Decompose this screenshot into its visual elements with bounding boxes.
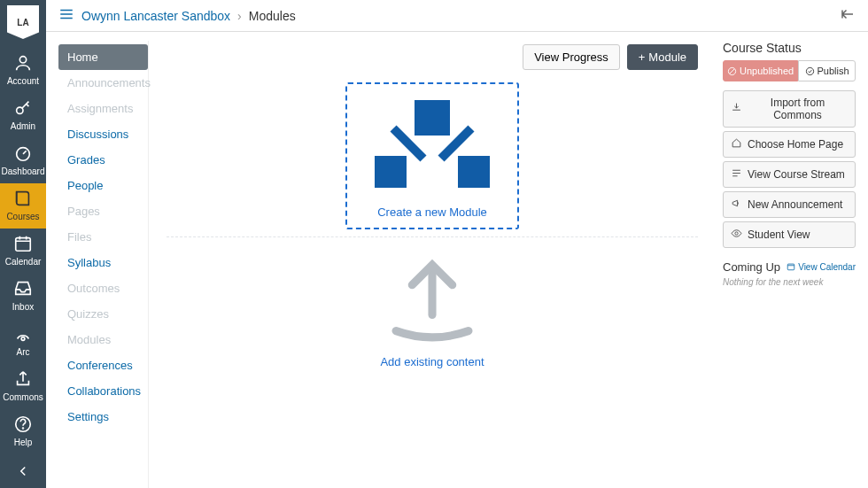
coursenav-settings[interactable]: Settings	[58, 404, 148, 430]
coming-up-heading: Coming Up	[723, 260, 780, 274]
gnav-commons[interactable]: Commons	[0, 364, 46, 409]
breadcrumb-separator: ›	[237, 9, 242, 23]
gnav-admin[interactable]: Admin	[0, 93, 46, 138]
coursenav-quizzes[interactable]: Quizzes	[58, 301, 148, 327]
gnav-inbox[interactable]: Inbox	[0, 274, 46, 319]
help-icon	[13, 414, 33, 438]
module-icon	[375, 95, 490, 197]
gnav-label: Arc	[17, 347, 30, 357]
coursenav-grades[interactable]: Grades	[58, 147, 148, 173]
gnav-account[interactable]: Account	[0, 48, 46, 93]
gnav-label: Commons	[3, 392, 43, 402]
sidebar-new-announcement[interactable]: New Announcement	[723, 191, 856, 218]
upload-icon	[384, 257, 481, 345]
top-bar: Owynn Lancaster Sandbox › Modules	[46, 0, 868, 32]
coursenav-assignments[interactable]: Assignments	[58, 96, 148, 121]
book-icon	[13, 189, 33, 212]
gnav-label: Calendar	[5, 257, 42, 267]
key-icon	[13, 98, 33, 121]
calendar-small-icon	[787, 262, 795, 271]
check-circle-icon	[805, 66, 815, 76]
publish-button[interactable]: Publish	[798, 60, 856, 81]
coursenav-discussions[interactable]: Discussions	[58, 121, 148, 147]
arc-icon	[13, 324, 33, 347]
plus-icon: +	[639, 50, 646, 64]
gnav-label: Dashboard	[2, 167, 45, 176]
announce-icon	[731, 198, 742, 212]
sidebar-import-from-commons[interactable]: Import from Commons	[723, 90, 856, 128]
coursenav-announcements[interactable]: Announcements	[58, 70, 148, 96]
coursenav-pages[interactable]: Pages	[58, 198, 148, 224]
create-module-dropzone[interactable]: Create a new Module	[345, 82, 519, 229]
right-sidebar: Course Status Unpublished Publish Import…	[714, 41, 856, 488]
add-existing-content[interactable]: Add existing content	[167, 257, 698, 368]
ban-icon	[727, 66, 737, 76]
breadcrumb: Owynn Lancaster Sandbox › Modules	[58, 6, 296, 25]
stream-icon	[731, 167, 742, 182]
coursenav-people[interactable]: People	[58, 173, 148, 198]
coursenav-conferences[interactable]: Conferences	[58, 352, 148, 378]
content-divider	[167, 236, 698, 237]
user-icon	[13, 53, 33, 76]
publish-toggle: Unpublished Publish	[723, 60, 856, 81]
coursenav-collaborations[interactable]: Collaborations	[58, 378, 148, 404]
view-progress-button[interactable]: View Progress	[523, 44, 620, 70]
gnav-label: Inbox	[12, 302, 34, 312]
svg-point-9	[735, 232, 738, 235]
unpublished-button[interactable]: Unpublished	[723, 60, 798, 81]
gnav-label: Admin	[11, 121, 35, 131]
breadcrumb-current: Modules	[249, 9, 296, 23]
coursenav-outcomes[interactable]: Outcomes	[58, 275, 148, 301]
add-existing-label: Add existing content	[167, 355, 698, 368]
gnav-label: Help	[14, 438, 33, 447]
collapse-nav-button[interactable]	[0, 454, 46, 488]
share-icon	[13, 369, 33, 392]
course-status-heading: Course Status	[723, 41, 856, 55]
add-module-button[interactable]: + Module	[627, 44, 698, 70]
gnav-dashboard[interactable]: Dashboard	[0, 138, 46, 183]
content-area: View Progress + Module Crea	[149, 41, 714, 488]
gnav-help[interactable]: Help	[0, 409, 46, 454]
svg-point-1	[17, 107, 23, 113]
create-module-label: Create a new Module	[356, 205, 508, 219]
inbox-icon	[13, 279, 33, 302]
gnav-label: Courses	[6, 212, 39, 221]
gnav-courses[interactable]: Courses	[0, 183, 46, 229]
svg-point-4	[21, 337, 25, 341]
sidebar-choose-home-page[interactable]: Choose Home Page	[723, 131, 856, 158]
coursenav-home[interactable]: Home	[58, 44, 148, 70]
arrow-left-icon	[15, 463, 31, 479]
coming-up-empty: Nothing for the next week	[723, 277, 856, 287]
global-nav: LA AccountAdminDashboardCoursesCalendarI…	[0, 0, 46, 488]
sidebar-view-course-stream[interactable]: View Course Stream	[723, 161, 856, 188]
hamburger-icon[interactable]	[58, 6, 74, 25]
sidebar-student-view[interactable]: Student View	[723, 221, 856, 248]
arrow-start-icon	[840, 6, 856, 22]
gnav-arc[interactable]: Arc	[0, 319, 46, 364]
view-calendar-link[interactable]: View Calendar	[787, 262, 856, 272]
import-icon	[731, 102, 742, 116]
coursenav-syllabus[interactable]: Syllabus	[58, 250, 148, 275]
gnav-label: Account	[7, 76, 39, 86]
topbar-back-button[interactable]	[840, 6, 856, 25]
institution-logo[interactable]: LA	[7, 5, 39, 39]
gnav-calendar[interactable]: Calendar	[0, 229, 46, 274]
logo-text: LA	[17, 18, 28, 27]
coursenav-files[interactable]: Files	[58, 224, 148, 250]
course-nav: HomeAnnouncementsAssignmentsDiscussionsG…	[58, 41, 149, 488]
home-icon	[731, 137, 742, 151]
svg-rect-10	[787, 264, 794, 270]
gauge-icon	[13, 143, 33, 167]
breadcrumb-course[interactable]: Owynn Lancaster Sandbox	[81, 9, 230, 23]
svg-rect-3	[16, 238, 31, 252]
svg-point-8	[806, 67, 813, 74]
eye-icon	[731, 228, 742, 242]
coursenav-modules[interactable]: Modules	[58, 327, 148, 352]
svg-point-6	[23, 428, 24, 429]
calendar-icon	[13, 234, 33, 257]
svg-point-0	[19, 57, 26, 63]
